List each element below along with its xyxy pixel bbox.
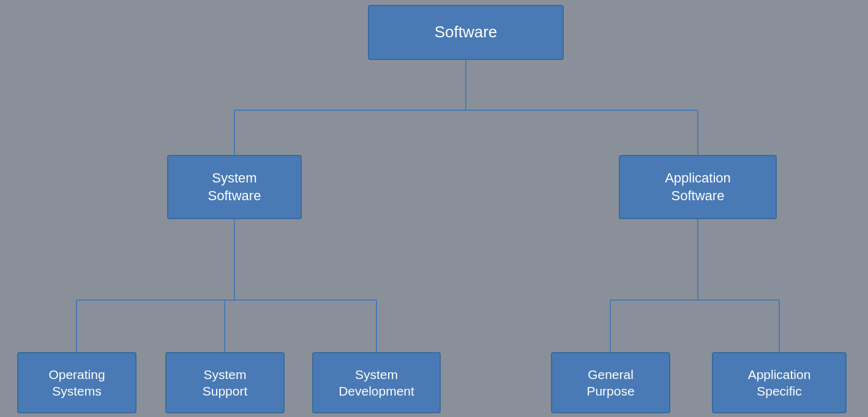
diagram: Software SystemSoftware ApplicationSoftw…: [0, 0, 868, 417]
general-purpose-node: GeneralPurpose: [551, 352, 670, 413]
application-specific-node: ApplicationSpecific: [712, 352, 847, 413]
application-software-node: ApplicationSoftware: [619, 155, 777, 219]
system-development-node: SystemDevelopment: [312, 352, 441, 413]
system-software-node: SystemSoftware: [167, 155, 302, 219]
system-support-node: SystemSupport: [165, 352, 285, 413]
operating-systems-node: OperatingSystems: [17, 352, 137, 413]
software-node: Software: [368, 5, 564, 60]
